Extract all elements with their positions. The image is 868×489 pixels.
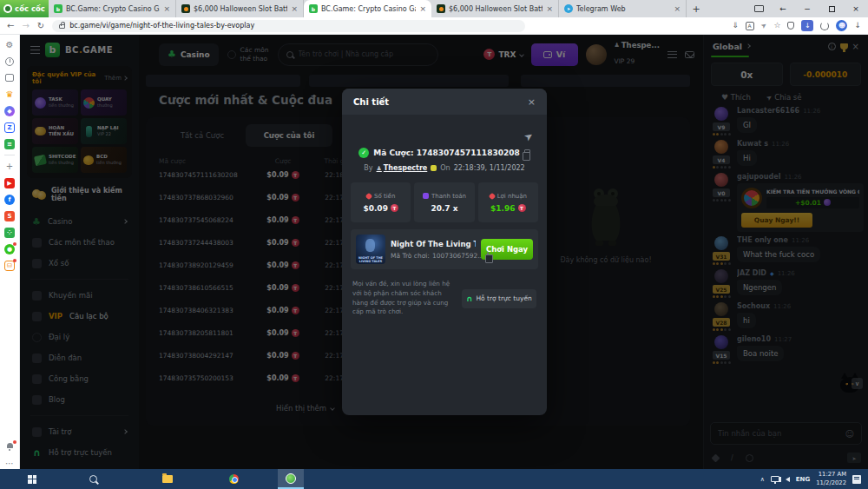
bcgame-favicon-icon: b: [309, 4, 318, 13]
history-icon[interactable]: [4, 56, 16, 67]
amount-icon: [365, 192, 372, 199]
window-controls: ← − ×: [746, 0, 868, 17]
verified-check-icon: ✓: [358, 148, 369, 158]
panel-toggle-icon[interactable]: ←: [771, 0, 795, 17]
telegram-favicon-icon: ➤: [564, 4, 573, 13]
bcgame-favicon-icon: b: [54, 4, 62, 13]
trx-coin-icon: T: [391, 204, 398, 212]
forward-icon[interactable]: →: [22, 22, 29, 30]
downloads-icon[interactable]: ↓: [854, 22, 861, 30]
tab-title: $6,000 Halloween Slot Battl: [194, 5, 287, 13]
profit-icon: [488, 192, 495, 199]
tab-close-icon[interactable]: ×: [674, 4, 681, 13]
address-bar[interactable]: bc.game/vi/game/night-of-the-living-tale…: [52, 20, 525, 32]
browser-tab-5[interactable]: ➤ Telegram Web ×: [559, 0, 687, 17]
system-tray: ∧ ENG 11:27 AM11/2/2022: [760, 471, 868, 486]
messenger-icon[interactable]: ◆: [4, 105, 16, 116]
copy-icon[interactable]: [524, 149, 530, 156]
browser-action-icons: ⇓ A ➤ ☆ ↓ ☻ ↓: [732, 20, 861, 31]
bet-author-row: By ♟Thespectre On 22:18:39, 1/11/2022: [342, 164, 547, 172]
minimize-button[interactable]: −: [795, 0, 819, 17]
lock-icon: [59, 24, 65, 29]
tab-close-icon[interactable]: ×: [291, 4, 298, 13]
coccoc-logo-icon: [3, 4, 12, 13]
crown-icon[interactable]: ♛: [4, 89, 16, 100]
browser-tab-4[interactable]: $6,000 Halloween Slot Battl ×: [431, 0, 559, 17]
tab-title: BC.Game: Crypto Casino Gan: [321, 5, 416, 13]
start-button[interactable]: [19, 469, 45, 489]
windows-taskbar: ∧ ENG 11:27 AM11/2/2022: [0, 469, 868, 489]
tab-close-icon[interactable]: ×: [163, 4, 170, 13]
feed-icon[interactable]: [4, 72, 16, 83]
tab-close-icon[interactable]: ×: [419, 4, 426, 13]
speaker-icon[interactable]: [786, 477, 790, 482]
download-manager-icon[interactable]: ↓: [801, 20, 813, 31]
shopee-icon[interactable]: S: [4, 210, 16, 221]
game-title: Night Of The Living Tales: [391, 240, 476, 248]
bet-id-row: ✓ Mã Cược: 1748307457111830208: [342, 148, 547, 158]
modal-close-icon[interactable]: ×: [528, 96, 536, 108]
halloween-favicon-icon: [181, 4, 190, 13]
youtube-icon[interactable]: ▶: [4, 177, 16, 188]
trx-coin-icon: T: [518, 204, 526, 212]
cart-icon[interactable]: ⛁: [4, 260, 16, 271]
language-indicator[interactable]: ENG: [796, 476, 810, 483]
game-thumbnail[interactable]: NIGHT OF THE LIVING TALES: [356, 235, 385, 264]
facebook-icon[interactable]: f: [4, 194, 16, 205]
more-icon[interactable]: ⋯: [4, 458, 16, 469]
browser-tab-2[interactable]: $6,000 Halloween Slot Battl ×: [176, 0, 304, 17]
coccoc-side-rail: ⚙ ♛ ◆ Z ≡ + ▶ f S ⁘ ● ⛁ ⋯: [0, 35, 20, 469]
coccoc-taskbar-icon[interactable]: [278, 469, 304, 489]
settings-gear-icon[interactable]: ⚙: [4, 39, 16, 50]
action-center-icon[interactable]: [852, 475, 861, 484]
browser-tab-1[interactable]: b BC.Game: Crypto Casino Gan ×: [49, 0, 176, 17]
payout-icon: [423, 193, 429, 199]
share-icon[interactable]: ➤: [760, 21, 768, 30]
share-bet-icon[interactable]: ➤: [522, 129, 536, 143]
taskbar-search-icon[interactable]: [80, 469, 106, 489]
close-button[interactable]: ×: [844, 0, 868, 17]
tab-close-icon[interactable]: ×: [546, 4, 553, 13]
lemon-badge-icon: [431, 165, 437, 171]
reload-icon[interactable]: ↻: [37, 22, 44, 30]
file-explorer-icon[interactable]: [155, 469, 181, 489]
stat-payout: Thanh toán 20.7 x: [414, 182, 474, 222]
hidden-icons-chevron[interactable]: ∧: [760, 476, 765, 483]
new-tab-button[interactable]: +: [687, 0, 706, 17]
taskbar-clock[interactable]: 11:27 AM11/2/2022: [816, 471, 846, 486]
back-icon[interactable]: ←: [7, 22, 14, 30]
live-support-button[interactable]: ∩ Hỗ trợ trực tuyến: [462, 289, 536, 308]
browser-tab-3-active[interactable]: b BC.Game: Crypto Casino Gan ×: [304, 0, 431, 17]
add-icon[interactable]: +: [4, 161, 16, 172]
copy-icon[interactable]: [487, 252, 489, 259]
zalo-icon[interactable]: Z: [4, 122, 16, 133]
halloween-favicon-icon: [437, 4, 445, 13]
tab-title: $6,000 Halloween Slot Battl: [449, 5, 542, 13]
modal-title: Chi tiết: [353, 97, 389, 107]
tab-title: BC.Game: Crypto Casino Gan: [66, 5, 160, 13]
screen: cốc cốc b BC.Game: Crypto Casino Gan × $…: [0, 0, 868, 489]
player-link[interactable]: ♟Thespectre: [377, 164, 428, 172]
games-icon[interactable]: ≡: [4, 138, 16, 149]
bookmark-star-icon[interactable]: ☆: [773, 22, 780, 30]
coccoc-menu-button[interactable]: cốc cốc: [0, 0, 49, 17]
garden-icon[interactable]: ⁘: [4, 227, 16, 238]
maximize-button[interactable]: [819, 0, 844, 17]
browser-url-bar: ← → ↻ bc.game/vi/game/night-of-the-livin…: [0, 17, 868, 35]
url-text[interactable]: bc.game/vi/game/night-of-the-living-tale…: [69, 22, 254, 30]
modal-header: Chi tiết ×: [342, 89, 547, 115]
profile-avatar-icon[interactable]: ☻: [836, 20, 847, 31]
translate-icon[interactable]: A: [746, 22, 754, 30]
cast-icon[interactable]: [746, 0, 771, 17]
headset-icon: ∩: [466, 294, 472, 303]
green-chat-icon[interactable]: ●: [4, 243, 16, 254]
bet-datetime: 22:18:39, 1/11/2022: [454, 164, 525, 172]
adblock-shield-icon[interactable]: [787, 22, 794, 30]
game-card: NIGHT OF THE LIVING TALES Night Of The L…: [351, 229, 538, 269]
stat-amount: Số tiền $0.09T: [351, 182, 411, 222]
bet-details-modal: Chi tiết × ➤ ✓ Mã Cược: 1748307457111830…: [342, 89, 547, 415]
save-page-icon[interactable]: ⇓: [732, 22, 739, 30]
chrome-icon[interactable]: [220, 469, 247, 489]
notification-bell-icon[interactable]: [4, 441, 16, 453]
extension-icon[interactable]: [820, 22, 829, 30]
